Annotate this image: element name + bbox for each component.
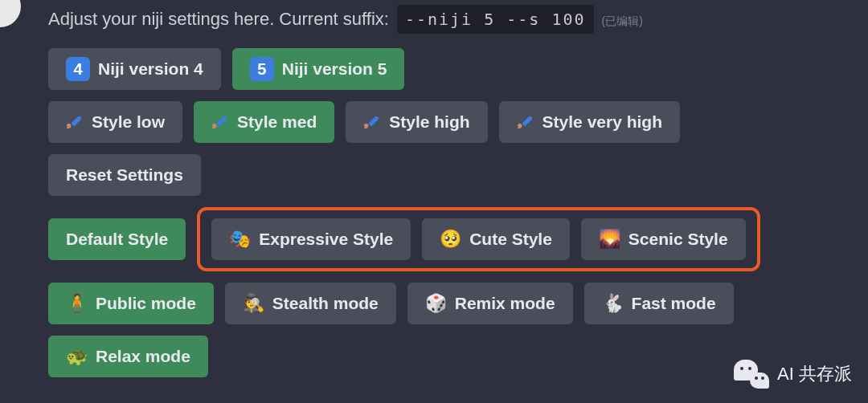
keycap-5-icon: 5 — [250, 57, 274, 81]
stealth-mode-button[interactable]: 🕵️ Stealth mode — [225, 283, 396, 324]
paintbrush-icon — [66, 113, 84, 131]
turtle-icon: 🐢 — [66, 348, 88, 365]
settings-header: Adjust your niji settings here. Current … — [48, 5, 868, 34]
pleading-face-icon: 🥺 — [440, 230, 461, 248]
remix-mode-button[interactable]: 🎲 Remix mode — [407, 283, 573, 324]
watermark-label: AI 共存派 — [777, 362, 852, 386]
niji-version-5-button[interactable]: 5 Niji version 5 — [232, 48, 405, 90]
keycap-4-icon: 4 — [66, 57, 90, 81]
highlighted-styles-box: 🎭 Expressive Style 🥺 Cute Style 🌄 Scenic… — [197, 207, 760, 271]
style-low-button[interactable]: Style low — [48, 101, 182, 143]
message-content: Adjust your niji settings here. Current … — [0, 0, 868, 377]
row-style-levels: Style low Style med Style high Style ver… — [48, 101, 868, 143]
button-label: Stealth mode — [272, 294, 379, 313]
style-high-button[interactable]: Style high — [346, 101, 487, 143]
button-label: Style high — [389, 112, 469, 132]
reset-settings-button[interactable]: Reset Settings — [48, 154, 201, 196]
detective-icon: 🕵️ — [243, 295, 264, 312]
button-label: Niji version 5 — [282, 59, 387, 79]
dice-icon: 🎲 — [425, 295, 447, 312]
expressive-style-button[interactable]: 🎭 Expressive Style — [211, 218, 411, 260]
niji-version-4-button[interactable]: 4 Niji version 4 — [48, 48, 221, 90]
paintbrush-icon — [363, 113, 381, 131]
paintbrush-icon — [517, 113, 534, 131]
button-label: Niji version 4 — [98, 59, 203, 79]
row-styles: Default Style 🎭 Expressive Style 🥺 Cute … — [48, 207, 868, 271]
button-label: Style very high — [542, 112, 662, 132]
row-modes-1: 🧍 Public mode 🕵️ Stealth mode 🎲 Remix mo… — [48, 283, 868, 324]
default-style-button[interactable]: Default Style — [48, 218, 186, 260]
button-label: Scenic Style — [628, 230, 728, 249]
header-prompt-text: Adjust your niji settings here. Current … — [48, 8, 389, 31]
public-mode-button[interactable]: 🧍 Public mode — [48, 283, 214, 324]
scenic-style-button[interactable]: 🌄 Scenic Style — [581, 218, 746, 260]
relax-mode-button[interactable]: 🐢 Relax mode — [48, 336, 208, 377]
row-reset: Reset Settings — [48, 154, 868, 196]
style-very-high-button[interactable]: Style very high — [499, 101, 680, 143]
person-standing-icon: 🧍 — [66, 295, 88, 312]
button-label: Style low — [92, 112, 165, 132]
edited-label: (已编辑) — [602, 10, 643, 32]
button-label: Reset Settings — [66, 165, 183, 185]
button-label: Expressive Style — [259, 230, 393, 249]
suffix-code: --niji 5 --s 100 — [397, 5, 594, 34]
button-label: Fast mode — [632, 294, 716, 313]
button-label: Default Style — [66, 230, 168, 249]
button-label: Style med — [237, 112, 317, 132]
sunrise-icon: 🌄 — [599, 230, 620, 248]
button-label: Public mode — [96, 294, 196, 313]
watermark: AI 共存派 — [734, 360, 852, 389]
row-versions: 4 Niji version 4 5 Niji version 5 — [48, 48, 868, 90]
button-label: Remix mode — [455, 294, 555, 313]
rabbit-icon: 🐇 — [602, 295, 624, 312]
cute-style-button[interactable]: 🥺 Cute Style — [422, 218, 570, 260]
button-label: Relax mode — [96, 347, 190, 366]
style-med-button[interactable]: Style med — [194, 101, 334, 143]
wechat-icon — [734, 360, 769, 389]
masks-icon: 🎭 — [229, 230, 251, 248]
paintbrush-icon — [211, 113, 229, 131]
fast-mode-button[interactable]: 🐇 Fast mode — [584, 283, 734, 324]
button-label: Cute Style — [469, 230, 552, 249]
